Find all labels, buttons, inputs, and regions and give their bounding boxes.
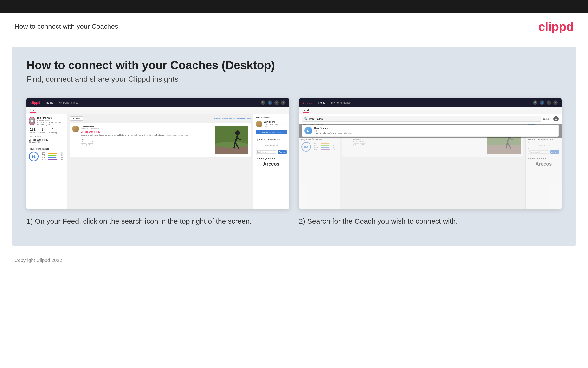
trackman-link-input-2: Trackman Link bbox=[528, 150, 549, 154]
bar-val-putt-1: 96 bbox=[59, 159, 62, 160]
following-button-1[interactable]: Following bbox=[70, 116, 83, 121]
screenshot-col-2: clippd Home My Performance 🔍 👤 ⚙ B Feed bbox=[299, 98, 562, 226]
mock-stats-row-1: 131 Activities 3 Followers 4 Following bbox=[29, 128, 65, 134]
connect-title-1: Connect your data bbox=[256, 157, 287, 160]
settings-icon-nav[interactable]: ⚙ bbox=[274, 101, 279, 105]
golfer-svg-1 bbox=[215, 126, 248, 155]
step1-text: 1) On your Feed, click on the search ico… bbox=[26, 216, 289, 226]
feed-tab-item-2: Feed bbox=[303, 109, 309, 112]
add-link-btn-1[interactable]: Add Link bbox=[278, 150, 287, 154]
mock-app-1: clippd Home My Performance 🔍 👤 ⚙ B Feed bbox=[26, 98, 289, 209]
step2-text: 2) Search for the Coach you wish to conn… bbox=[299, 216, 562, 226]
bar-label-putt-2: PUTT bbox=[314, 149, 320, 151]
score-circle-2: 92 bbox=[301, 142, 311, 152]
bar-fill-arg-1 bbox=[48, 157, 56, 158]
mock-app-body-1: B Blair McHarg Plus Handicap Royal North… bbox=[26, 114, 289, 209]
mock-center-panel-1: Following Control who can see your activ… bbox=[67, 114, 253, 209]
clippd-logo: clippd bbox=[538, 19, 574, 34]
duration-val-2: 01 hr : 30 min bbox=[353, 140, 365, 142]
bar-label-ott-1: OTT bbox=[42, 152, 47, 154]
bar-track-ott-2 bbox=[321, 143, 330, 144]
badge-off-2: OFT bbox=[353, 143, 359, 146]
search-icon-overlay: 🔍 bbox=[304, 117, 307, 120]
lesson-duration-1: Duration01 hr : 30 min bbox=[81, 138, 213, 142]
bar-arg-2: ARG 86 bbox=[314, 147, 335, 148]
result-name: Dan Davies bbox=[314, 127, 328, 130]
result-info: Dan Davies ✓ Pro Sunningdale Golf Club, … bbox=[314, 127, 352, 135]
bar-val-arg-2: 86 bbox=[331, 147, 335, 148]
result-avatar: D bbox=[305, 127, 312, 135]
mock-feed-tab-1: Feed bbox=[26, 107, 289, 114]
header: How to connect with your Coaches clippd bbox=[0, 12, 588, 38]
mock-app-body-2: B Blair McHarg Plus Handicap Royal North… bbox=[299, 114, 562, 209]
search-overlay: 🔍 Dan Davies CLEAR ✕ D Dan Dav bbox=[299, 114, 562, 138]
manage-coaches-btn-1[interactable]: Manage Your Coaches bbox=[256, 130, 287, 135]
connect-title-2: Connect your data bbox=[528, 157, 559, 160]
screenshot-frame-2: clippd Home My Performance 🔍 👤 ⚙ B Feed bbox=[299, 98, 562, 209]
perf-bars-1: OTT 90 APP bbox=[42, 152, 62, 161]
bar-val-ott-1: 90 bbox=[59, 152, 62, 154]
footer: Copyright Clippd 2022 bbox=[0, 253, 588, 268]
clear-button[interactable]: CLEAR bbox=[543, 118, 551, 120]
mock-nav-logo-2: clippd bbox=[303, 101, 313, 105]
avatar-icon-nav-2[interactable]: B bbox=[553, 101, 558, 105]
search-input-wrap: 🔍 Dan Davies bbox=[302, 116, 541, 122]
mock-left-panel-1: B Blair McHarg Plus Handicap Royal North… bbox=[26, 114, 67, 209]
header-divider bbox=[14, 38, 574, 39]
score-circle-1: 92 bbox=[29, 152, 38, 161]
lesson-photo-1 bbox=[215, 126, 248, 155]
lesson-avatar-1 bbox=[72, 126, 79, 132]
screenshots-row: clippd Home My Performance 🔍 👤 ⚙ B Feed bbox=[26, 98, 562, 226]
bar-val-app-1: 85 bbox=[59, 154, 62, 156]
user-icon-nav-2[interactable]: 👤 bbox=[540, 101, 544, 105]
bar-ott-1: OTT 90 bbox=[42, 152, 62, 154]
close-search-button[interactable]: ✕ bbox=[553, 116, 559, 121]
bar-label-app-2: APP bbox=[314, 145, 320, 146]
bar-fill-app-1 bbox=[48, 155, 56, 156]
settings-icon-nav-2[interactable]: ⚙ bbox=[547, 101, 551, 105]
bar-track-ott-1 bbox=[48, 153, 58, 154]
bar-val-putt-2: 96 bbox=[331, 149, 335, 151]
mock-nav-logo-1: clippd bbox=[30, 101, 40, 105]
bar-fill-ott-2 bbox=[321, 143, 329, 144]
search-icon-nav-2[interactable]: 🔍 bbox=[533, 101, 537, 105]
mock-nav-icons-1: 🔍 👤 ⚙ B bbox=[261, 101, 285, 105]
user-name-1: Blair McHarg bbox=[37, 116, 65, 119]
followers-stat-1: 3 Followers bbox=[38, 128, 47, 134]
bar-val-app-2: 85 bbox=[331, 145, 335, 146]
coaches-title-1: Your Coaches bbox=[256, 116, 287, 119]
verified-badge: ✓ bbox=[329, 127, 331, 130]
avatar-icon-nav[interactable]: B bbox=[281, 101, 285, 105]
lesson-title-1: Lesson with Fordy bbox=[81, 131, 213, 133]
bar-label-ott-2: OTT bbox=[314, 142, 320, 144]
search-icon-nav[interactable]: 🔍 bbox=[261, 101, 265, 105]
mock-nav-1: clippd Home My Performance 🔍 👤 ⚙ B bbox=[26, 98, 289, 107]
result-club: Sunningdale Golf Club, United Kingdom bbox=[314, 132, 352, 135]
arccos-logo-2: Arccos bbox=[528, 161, 559, 167]
lesson-content-1: Blair McHarg Yesterday · Sunningdale Les… bbox=[81, 126, 213, 146]
search-query-text: Dan Davies bbox=[309, 117, 539, 120]
search-result-item[interactable]: D Dan Davies ✓ Pro Sunningdale Golf Club… bbox=[302, 125, 559, 137]
duration-val-1: 01 hr : 30 min bbox=[81, 140, 93, 142]
main-content: How to connect with your Coaches (Deskto… bbox=[12, 46, 576, 246]
trackman-box-2: Trackman Link bbox=[528, 142, 559, 149]
badge-app-2b: APP bbox=[360, 143, 366, 146]
performance-panel-1: Player Performance 92 OTT bbox=[29, 146, 65, 161]
mock-nav-2: clippd Home My Performance 🔍 👤 ⚙ B bbox=[299, 98, 562, 107]
mock-right-panel-1: Your Coaches David Ford Royal North Devo… bbox=[253, 114, 289, 209]
coach-avatar-1 bbox=[256, 121, 263, 128]
trackman-link-input-1[interactable]: Trackman Link bbox=[256, 150, 277, 154]
coach-item-1: David Ford Royal North Devon Golf Club bbox=[256, 121, 287, 128]
control-link-1[interactable]: Control who can see your activity and da… bbox=[214, 118, 251, 120]
activities-stat-1: 131 Activities bbox=[29, 128, 37, 134]
user-icon-nav[interactable]: 👤 bbox=[268, 101, 272, 105]
feed-tab-item-1[interactable]: Feed bbox=[30, 109, 36, 112]
bar-arg-1: ARG 86 bbox=[42, 156, 62, 158]
screenshot-col-1: clippd Home My Performance 🔍 👤 ⚙ B Feed bbox=[26, 98, 289, 226]
perf-title-2: Player Performance bbox=[301, 138, 337, 140]
bar-label-app-1: APP bbox=[42, 154, 47, 156]
mock-app-2: clippd Home My Performance 🔍 👤 ⚙ B Feed bbox=[299, 98, 562, 209]
upload-title-2: Upload a Trackman Test bbox=[528, 138, 559, 141]
mock-feed-tab-2: Feed bbox=[299, 107, 562, 114]
mock-nav-myperformance-2: My Performance bbox=[331, 101, 351, 104]
